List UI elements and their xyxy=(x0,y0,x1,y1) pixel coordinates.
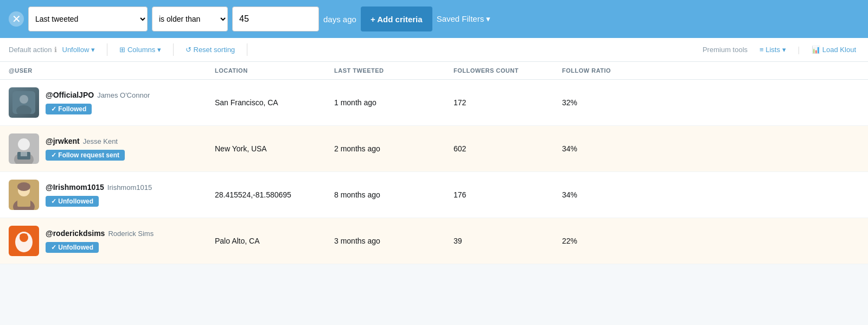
followers-cell: 172 xyxy=(454,98,562,107)
user-name-row: @Irishmom1015 Irishmom1015 xyxy=(46,183,152,192)
user-display-name: Roderick Sims xyxy=(108,230,154,238)
avatar-image xyxy=(9,180,39,210)
status-badge[interactable]: ✓ Unfollowed xyxy=(46,196,99,207)
lists-button[interactable]: ≡ Lists ▾ xyxy=(756,43,789,56)
toolbar: Default action ℹ Unfollow ▾ ⊞ Columns ▾ … xyxy=(0,38,868,62)
svg-point-11 xyxy=(17,182,30,191)
last-tweeted-cell: 1 month ago xyxy=(334,98,454,107)
status-badge[interactable]: ✓ Followed xyxy=(46,104,92,114)
svg-point-4 xyxy=(18,138,30,150)
columns-section: ⊞ Columns ▾ xyxy=(116,43,174,56)
avatar-image xyxy=(9,226,39,256)
avatar xyxy=(9,133,39,164)
info-icon: ℹ xyxy=(54,46,57,54)
user-cell: @roderickdsims Roderick Sims ✓ Unfollowe… xyxy=(9,226,215,256)
svg-rect-12 xyxy=(17,199,30,207)
user-cell: @jrwkent Jesse Kent ✓ Follow request sen… xyxy=(9,133,215,164)
user-name-row: @roderickdsims Roderick Sims xyxy=(46,229,154,238)
table-row: @Irishmom1015 Irishmom1015 ✓ Unfollowed … xyxy=(0,172,868,218)
last-tweeted-cell: 2 months ago xyxy=(334,144,454,153)
follow-ratio-cell: 32% xyxy=(562,98,649,107)
location-cell: New York, USA xyxy=(215,144,334,153)
user-name-row: @jrwkent Jesse Kent xyxy=(46,137,125,145)
avatar xyxy=(9,87,39,118)
filter-value-input[interactable] xyxy=(232,7,319,31)
followers-cell: 176 xyxy=(454,190,562,199)
followers-cell: 602 xyxy=(454,144,562,153)
default-action-section: Default action ℹ Unfollow ▾ xyxy=(9,43,107,56)
follow-ratio-cell: 34% xyxy=(562,190,649,199)
col-last-tweeted: LAST TWEETED xyxy=(334,67,454,74)
premium-tools-label: Premium tools xyxy=(703,46,748,54)
col-location: LOCATION xyxy=(215,67,334,74)
user-display-name: Jesse Kent xyxy=(83,137,118,145)
user-name-row: @OfficialJPO James O'Connor xyxy=(46,91,150,99)
table-row: @OfficialJPO James O'Connor ✓ Followed S… xyxy=(0,80,868,126)
user-info: @OfficialJPO James O'Connor ✓ Followed xyxy=(46,91,150,114)
reset-sorting-section: ↺ Reset sorting xyxy=(182,43,247,56)
user-cell: @Irishmom1015 Irishmom1015 ✓ Unfollowed xyxy=(9,180,215,210)
unfollow-button[interactable]: Unfollow ▾ xyxy=(59,43,98,56)
user-cell: @OfficialJPO James O'Connor ✓ Followed xyxy=(9,87,215,118)
load-klout-button[interactable]: 📊 Load Klout xyxy=(808,43,859,56)
table-row: @jrwkent Jesse Kent ✓ Follow request sen… xyxy=(0,126,868,172)
location-cell: San Francisco, CA xyxy=(215,98,334,107)
col-user: @USER xyxy=(9,67,215,74)
user-handle: @jrwkent xyxy=(46,137,80,145)
columns-label: Columns ▾ xyxy=(127,46,161,54)
svg-rect-7 xyxy=(21,152,27,156)
avatar-image xyxy=(9,133,39,164)
user-info: @Irishmom1015 Irishmom1015 ✓ Unfollowed xyxy=(46,183,152,207)
last-tweeted-cell: 8 months ago xyxy=(334,190,454,199)
last-tweeted-cell: 3 months ago xyxy=(334,237,454,245)
table-row: @roderickdsims Roderick Sims ✓ Unfollowe… xyxy=(0,218,868,264)
toolbar-right: Premium tools ≡ Lists ▾ | 📊 Load Klout xyxy=(703,43,859,56)
user-handle: @Irishmom1015 xyxy=(46,183,104,192)
follow-ratio-cell: 34% xyxy=(562,144,649,153)
add-criteria-button[interactable]: + Add criteria xyxy=(361,7,432,31)
filter-bar: ✕ Last tweeted Followers count Follow ra… xyxy=(0,0,868,38)
status-badge[interactable]: ✓ Unfollowed xyxy=(46,242,99,253)
default-action-label: Default action xyxy=(9,46,52,54)
col-follow-ratio: FOLLOW RATIO xyxy=(562,67,649,74)
days-ago-label: days ago xyxy=(323,15,356,24)
filter-operator-select[interactable]: is older than is newer than is equal to xyxy=(152,7,228,31)
user-info: @roderickdsims Roderick Sims ✓ Unfollowe… xyxy=(46,229,154,253)
columns-icon: ⊞ xyxy=(119,46,125,54)
user-info: @jrwkent Jesse Kent ✓ Follow request sen… xyxy=(46,137,125,161)
status-badge[interactable]: ✓ Follow request sent xyxy=(46,150,125,161)
avatar-image xyxy=(12,91,35,114)
avatar xyxy=(9,180,39,210)
svg-point-1 xyxy=(20,95,28,104)
columns-button[interactable]: ⊞ Columns ▾ xyxy=(116,43,164,56)
col-followers: FOLLOWERS COUNT xyxy=(454,67,562,74)
location-cell: Palo Alto, CA xyxy=(215,237,334,245)
user-display-name: James O'Connor xyxy=(97,91,150,99)
user-handle: @OfficialJPO xyxy=(46,91,94,99)
users-table: @USER LOCATION LAST TWEETED FOLLOWERS CO… xyxy=(0,62,868,264)
table-header: @USER LOCATION LAST TWEETED FOLLOWERS CO… xyxy=(0,62,868,80)
avatar xyxy=(9,226,39,256)
user-handle: @roderickdsims xyxy=(46,229,105,238)
location-cell: 28.415524,-81.580695 xyxy=(215,190,334,199)
follow-ratio-cell: 22% xyxy=(562,237,649,245)
saved-filters-button[interactable]: Saved Filters ▾ xyxy=(437,14,491,24)
close-filter-button[interactable]: ✕ xyxy=(9,11,24,27)
followers-cell: 39 xyxy=(454,237,562,245)
user-display-name: Irishmom1015 xyxy=(107,183,152,192)
reset-sorting-button[interactable]: ↺ Reset sorting xyxy=(182,43,238,56)
filter-field-select[interactable]: Last tweeted Followers count Follow rati… xyxy=(28,7,148,31)
